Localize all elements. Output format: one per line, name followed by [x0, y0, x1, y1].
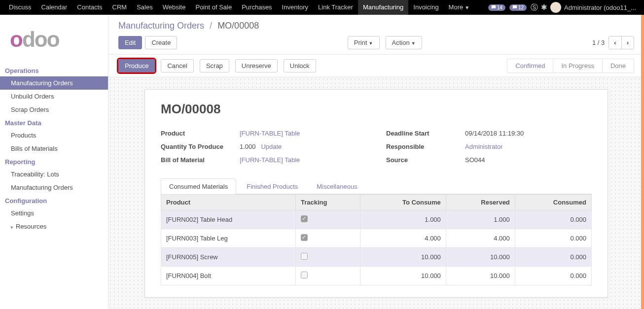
- tab-misc[interactable]: Miscellaneous: [308, 178, 365, 194]
- cell-toconsume: 10.000: [360, 248, 446, 267]
- cell-product: [FURN004] Bolt: [161, 267, 296, 285]
- create-button[interactable]: Create: [145, 36, 177, 49]
- source-value: SO044: [465, 156, 592, 164]
- pager-prev-button[interactable]: ‹: [609, 36, 621, 49]
- product-link[interactable]: [FURN-TABLE] Table: [240, 130, 300, 137]
- cell-consumed: 0.000: [515, 267, 591, 285]
- nav-calendar[interactable]: Calendar: [36, 0, 72, 15]
- cell-product: [FURN002] Table Head: [161, 210, 296, 229]
- sidebar-item-unbuild-orders[interactable]: Unbuild Orders: [0, 90, 108, 103]
- order-title: MO/00008: [161, 102, 592, 117]
- side-header-configuration: Configuration: [0, 194, 108, 206]
- nav-link-tracker[interactable]: Link Tracker: [313, 0, 358, 15]
- caret-down-icon: ▼: [411, 41, 416, 46]
- sidebar-item-scrap-orders[interactable]: Scrap Orders: [0, 103, 108, 116]
- scrap-button[interactable]: Scrap: [200, 59, 229, 72]
- nav-sales[interactable]: Sales: [132, 0, 158, 15]
- nav-contacts[interactable]: Contacts: [72, 0, 107, 15]
- cell-tracking: [296, 229, 360, 248]
- pager-text: 1 / 3: [592, 39, 605, 46]
- skype-icon[interactable]: Ⓢ: [531, 3, 538, 12]
- sidebar-item-resources[interactable]: Resources: [0, 220, 108, 233]
- cancel-button[interactable]: Cancel: [161, 59, 193, 72]
- unreserve-button[interactable]: Unreserve: [235, 59, 278, 72]
- cell-tracking: [296, 210, 360, 229]
- cell-toconsume: 1.000: [360, 210, 446, 229]
- user-menu[interactable]: Administrator (odoo11_...: [564, 4, 636, 11]
- nav-discuss[interactable]: Discuss: [4, 0, 36, 15]
- breadcrumb-parent[interactable]: Manufacturing Orders: [118, 21, 204, 31]
- table-row[interactable]: [FURN005] Screw10.00010.0000.000: [161, 248, 592, 267]
- cell-reserved: 10.000: [446, 267, 515, 285]
- side-header-master-data: Master Data: [0, 116, 108, 129]
- cell-consumed: 0.000: [515, 248, 591, 267]
- cell-reserved: 4.000: [446, 229, 515, 248]
- qty-value: 1.000: [240, 143, 256, 150]
- cell-tracking: [296, 248, 360, 267]
- nav-inventory[interactable]: Inventory: [277, 0, 313, 15]
- nav-purchases[interactable]: Purchases: [237, 0, 277, 15]
- tracking-checkbox: [301, 234, 308, 241]
- update-link[interactable]: Update: [261, 143, 282, 150]
- print-dropdown[interactable]: Print▼: [348, 36, 380, 49]
- breadcrumb-current: MO/00008: [217, 21, 259, 31]
- pager-next-button[interactable]: ›: [621, 36, 634, 49]
- tracking-checkbox: [301, 253, 308, 260]
- avatar[interactable]: [550, 2, 561, 13]
- unlock-button[interactable]: Unlock: [284, 59, 316, 72]
- label-bom: Bill of Material: [161, 156, 240, 164]
- tab-consumed[interactable]: Consumed Materials: [161, 178, 236, 194]
- nav-crm[interactable]: CRM: [107, 0, 132, 15]
- cell-product: [FURN003] Table Leg: [161, 229, 296, 248]
- status-confirmed[interactable]: Confirmed: [507, 59, 553, 73]
- sidebar: odoo OperationsManufacturing OrdersUnbui…: [0, 15, 108, 309]
- status-in-progress[interactable]: In Progress: [553, 59, 602, 73]
- sidebar-item-manufacturing-orders[interactable]: Manufacturing Orders: [0, 181, 108, 194]
- label-source: Source: [386, 156, 465, 164]
- logo[interactable]: odoo: [0, 20, 108, 64]
- col-toconsume: To Consume: [360, 195, 446, 210]
- nav-website[interactable]: Website: [158, 0, 191, 15]
- top-nav: DiscussCalendarContactsCRMSalesWebsitePo…: [0, 0, 644, 15]
- cell-toconsume: 10.000: [360, 267, 446, 285]
- sidebar-item-settings[interactable]: Settings: [0, 206, 108, 220]
- tracking-checkbox: [301, 215, 308, 222]
- cell-reserved: 10.000: [446, 248, 515, 267]
- action-dropdown[interactable]: Action▼: [386, 36, 422, 49]
- tab-finished[interactable]: Finished Products: [238, 178, 306, 194]
- cell-tracking: [296, 267, 360, 285]
- sidebar-item-bills-of-materials[interactable]: Bills of Materials: [0, 142, 108, 155]
- col-product: Product: [161, 195, 296, 210]
- label-qty: Quantity To Produce: [161, 143, 240, 150]
- bom-link[interactable]: [FURN-TABLE] Table: [240, 156, 300, 164]
- status-done[interactable]: Done: [602, 59, 634, 73]
- label-product: Product: [161, 130, 240, 137]
- table-row[interactable]: [FURN002] Table Head1.0001.0000.000: [161, 210, 592, 229]
- cell-reserved: 1.000: [446, 210, 515, 229]
- sidebar-item-traceability-lots[interactable]: Traceability: Lots: [0, 168, 108, 181]
- tracking-checkbox: [301, 272, 308, 278]
- edit-button[interactable]: Edit: [118, 36, 142, 49]
- table-row[interactable]: [FURN003] Table Leg4.0004.0000.000: [161, 229, 592, 248]
- nav-more[interactable]: More▼: [444, 0, 475, 15]
- sidebar-item-products[interactable]: Products: [0, 129, 108, 142]
- nav-point-of-sale[interactable]: Point of Sale: [190, 0, 237, 15]
- label-responsible: Responsible: [386, 143, 465, 150]
- caret-down-icon: ▼: [369, 41, 373, 46]
- responsible-link[interactable]: Administrator: [465, 143, 503, 150]
- debug-icon[interactable]: ✱: [541, 3, 547, 12]
- side-header-operations: Operations: [0, 64, 108, 76]
- consumed-materials-table: Product Tracking To Consume Reserved Con…: [161, 194, 592, 285]
- label-deadline: Deadline Start: [386, 130, 465, 137]
- table-row[interactable]: [FURN004] Bolt10.00010.0000.000: [161, 267, 592, 285]
- cell-consumed: 0.000: [515, 229, 591, 248]
- nav-invoicing[interactable]: Invoicing: [408, 0, 443, 15]
- calls-badge[interactable]: 12: [509, 4, 527, 11]
- cell-toconsume: 4.000: [360, 229, 446, 248]
- cell-product: [FURN005] Screw: [161, 248, 296, 267]
- produce-button[interactable]: Produce: [118, 59, 155, 72]
- nav-manufacturing[interactable]: Manufacturing: [358, 0, 408, 15]
- discuss-badge[interactable]: 14: [488, 4, 505, 11]
- side-header-reporting: Reporting: [0, 155, 108, 168]
- sidebar-item-manufacturing-orders[interactable]: Manufacturing Orders: [0, 76, 108, 90]
